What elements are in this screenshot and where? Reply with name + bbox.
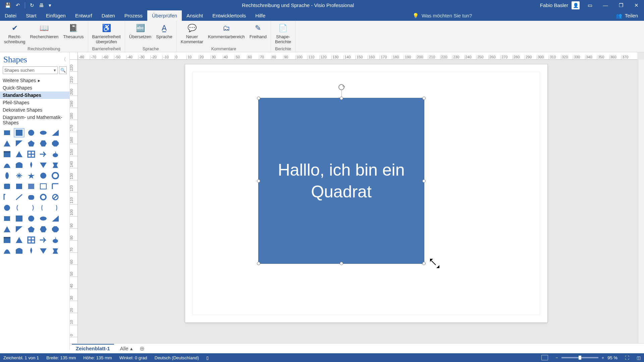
gallery-shape[interactable] [51,204,60,212]
gallery-shape[interactable] [3,236,11,244]
zoom-in-icon[interactable]: + [602,355,604,360]
gallery-shape[interactable] [15,226,23,233]
gallery-shape[interactable] [51,226,60,233]
close-button[interactable]: ✕ [629,0,644,10]
gallery-shape[interactable] [27,172,36,179]
zoom-level[interactable]: 95 % [607,355,618,360]
shape-category[interactable]: Weitere Shapes▸ [0,77,69,84]
resize-handle-se[interactable] [422,262,426,265]
ribbon-display-icon[interactable]: ▭ [582,0,598,10]
resize-handle-sw[interactable] [257,262,260,265]
zoom-slider[interactable] [561,357,598,358]
gallery-shape[interactable] [3,129,11,136]
gallery-shape[interactable] [3,150,11,158]
account-area[interactable]: Fabio Basler 👤 [540,1,582,9]
shapes-search-input[interactable]: Shapes suchen ▾ [3,66,58,74]
gallery-shape[interactable] [3,226,11,233]
gallery-shape[interactable] [15,161,23,169]
gallery-shape[interactable] [27,161,36,169]
gallery-shape[interactable] [27,193,36,201]
full-screen-icon[interactable]: ◫ [637,355,641,360]
print-icon[interactable]: 🖶 [39,2,44,8]
gallery-shape[interactable] [15,193,23,201]
minimize-button[interactable]: — [598,0,613,10]
dropdown-icon[interactable]: ▾ [54,68,56,73]
resize-handle-n[interactable] [340,97,343,100]
gallery-shape[interactable] [3,140,11,147]
share-button[interactable]: 👥 Teilen [610,10,644,21]
gallery-shape[interactable] [39,140,48,147]
spelling-button[interactable]: ✔Recht- schreibung [2,22,28,45]
redo-icon[interactable]: ↻ [30,2,34,8]
page-tab-active[interactable]: Zeichenblatt-1 [70,344,116,353]
rotation-handle[interactable] [338,84,344,90]
gallery-shape[interactable] [51,193,60,201]
a11y-button[interactable]: ♿Barrierefreiheit überprüfen [90,22,123,45]
collapse-pane-icon[interactable]: 〈 [61,57,66,63]
translate-button[interactable]: 🔤Übersetzen [127,22,153,40]
language-button[interactable]: A̲Sprache [154,22,174,40]
page-tab-all[interactable]: Alle ▴ [116,344,137,353]
zoom-control[interactable]: − + 95 % [555,355,618,360]
gallery-shape[interactable] [51,236,60,244]
gallery-shape[interactable] [39,215,48,222]
tab-entwicklertools[interactable]: Entwicklertools [208,10,251,21]
gallery-shape[interactable] [3,204,11,212]
gallery-shape[interactable] [15,247,23,254]
shape-category[interactable]: Standard-Shapes [0,92,69,99]
macro-record-icon[interactable]: ▯ [206,355,209,360]
gallery-shape[interactable] [51,140,60,147]
gallery-shape[interactable] [39,193,48,201]
gallery-shape[interactable] [27,140,36,147]
gallery-shape[interactable] [39,129,48,136]
gallery-shape[interactable] [15,140,23,147]
gallery-shape[interactable] [39,226,48,233]
gallery-shape[interactable] [39,150,48,158]
drawing-viewport[interactable]: Halllo, ich bin ein Quadrat [78,60,637,343]
add-page-button[interactable]: ⊕ [137,345,148,352]
gallery-shape[interactable] [51,247,60,254]
zoom-out-icon[interactable]: − [555,355,558,360]
tab-prozess[interactable]: Prozess [120,10,147,21]
drawing-page[interactable]: Halllo, ich bin ein Quadrat [185,64,547,322]
gallery-shape[interactable] [39,172,48,179]
tab-überprüfen[interactable]: Überprüfen [147,10,182,21]
user-avatar[interactable]: 👤 [572,1,580,9]
commentpane-button[interactable]: 🗂Kommentarbereich [206,22,247,40]
gallery-shape[interactable] [3,183,11,190]
resize-handle-s[interactable] [340,262,343,265]
gallery-shape[interactable] [15,236,23,244]
gallery-shape[interactable] [27,183,36,190]
gallery-shape[interactable] [3,247,11,254]
ink-button[interactable]: ✎Freihand [248,22,269,40]
tab-daten[interactable]: Daten [97,10,120,21]
zoom-slider-knob[interactable] [579,356,581,360]
shape-category[interactable]: Quick-Shapes [0,84,69,92]
gallery-shape[interactable] [51,215,60,222]
undo-icon[interactable]: ↶ [16,2,20,8]
gallery-shape[interactable] [51,183,60,190]
gallery-shape[interactable] [27,226,36,233]
gallery-shape[interactable] [39,204,48,212]
shape-category[interactable]: Dekorative Shapes [0,106,69,114]
gallery-shape[interactable] [15,204,23,212]
newcomment-button[interactable]: 💬Neuer Kommentar [179,22,205,45]
gallery-shape[interactable] [15,150,23,158]
tell-me-search[interactable]: 💡 Was möchten Sie tun? [408,10,472,21]
gallery-shape[interactable] [3,161,11,169]
tab-start[interactable]: Start [21,10,41,21]
maximize-button[interactable]: ❐ [613,0,629,10]
gallery-shape[interactable] [39,183,48,190]
gallery-shape[interactable] [15,172,23,179]
gallery-shape[interactable] [39,247,48,254]
save-icon[interactable]: 💾 [5,2,11,8]
gallery-shape[interactable] [27,247,36,254]
gallery-shape[interactable] [27,236,36,244]
gallery-shape[interactable] [27,215,36,222]
search-go-button[interactable]: 🔍 [59,66,67,74]
square-shape[interactable]: Halllo, ich bin ein Quadrat [258,98,424,264]
tab-hilfe[interactable]: Hilfe [251,10,270,21]
gallery-shape[interactable] [39,161,48,169]
tab-einfügen[interactable]: Einfügen [41,10,70,21]
gallery-shape[interactable] [27,204,36,212]
